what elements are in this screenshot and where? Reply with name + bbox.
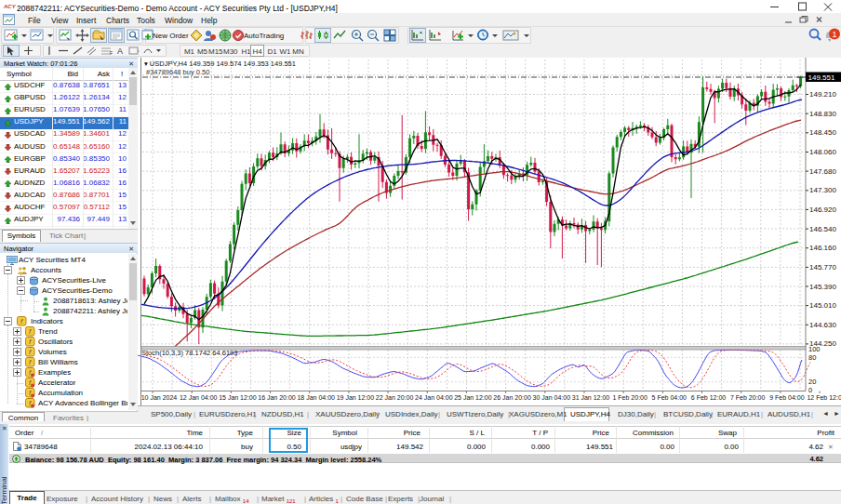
svg-text:146.160: 146.160 — [809, 244, 836, 252]
svg-text:147.300: 147.300 — [809, 186, 836, 194]
svg-text:25 Jan 12:00: 25 Jan 12:00 — [454, 394, 492, 401]
svg-text:5 Feb 04:00: 5 Feb 04:00 — [652, 394, 687, 401]
svg-text:A: A — [117, 46, 123, 56]
svg-text:148.060: 148.060 — [809, 148, 836, 156]
svg-text:1: 1 — [832, 30, 836, 39]
svg-text:10 Jan 2024: 10 Jan 2024 — [141, 394, 178, 401]
svg-text:22 Jan 20:00: 22 Jan 20:00 — [376, 394, 414, 401]
svg-text:149.210: 149.210 — [809, 90, 836, 99]
svg-text:20: 20 — [808, 378, 816, 386]
svg-text:18 Jan 04:00: 18 Jan 04:00 — [297, 394, 335, 401]
svg-text:6 Feb 12:00: 6 Feb 12:00 — [691, 394, 726, 401]
svg-text:12 Jan 04:00: 12 Jan 04:00 — [180, 394, 218, 401]
svg-text:Stoch(10,3,3) 78.1742 64.6193: Stoch(10,3,3) 78.1742 64.6193 — [141, 349, 237, 357]
svg-text:146.540: 146.540 — [809, 225, 836, 233]
svg-text:F: F — [110, 50, 113, 56]
svg-text:145.770: 145.770 — [809, 263, 836, 272]
svg-text:148.450: 148.450 — [809, 128, 836, 137]
svg-text:0: 0 — [808, 386, 812, 394]
svg-text:146.920: 146.920 — [809, 206, 836, 214]
svg-text:16 Jan 20:00: 16 Jan 20:00 — [258, 394, 296, 401]
svg-text:26 Jan 20:00: 26 Jan 20:00 — [493, 394, 531, 401]
svg-text:#34789648 buy 0.50: #34789648 buy 0.50 — [146, 68, 209, 76]
svg-text:144.630: 144.630 — [809, 321, 836, 329]
svg-text:148.830: 148.830 — [809, 110, 836, 118]
svg-text:19 Jan 12:00: 19 Jan 12:00 — [337, 394, 375, 401]
svg-text:15 Jan 12:00: 15 Jan 12:00 — [219, 394, 257, 401]
svg-text:1 Feb 20:00: 1 Feb 20:00 — [613, 394, 647, 401]
svg-text:100: 100 — [808, 345, 821, 353]
svg-text:12 Feb 12:00: 12 Feb 12:00 — [807, 394, 841, 401]
svg-text:31 Jan 12:00: 31 Jan 12:00 — [572, 394, 610, 401]
svg-text:145.390: 145.390 — [809, 283, 836, 291]
svg-text:9 Feb 04:00: 9 Feb 04:00 — [769, 394, 804, 401]
svg-text:149.551: 149.551 — [808, 73, 835, 82]
svg-text:145.010: 145.010 — [809, 301, 836, 310]
svg-text:24 Jan 04:00: 24 Jan 04:00 — [415, 394, 453, 401]
svg-text:30 Jan 04:00: 30 Jan 04:00 — [533, 394, 571, 401]
svg-text:80: 80 — [808, 353, 816, 362]
svg-text:▾ USDJPY,H4 149.359 149.574 1: ▾ USDJPY,H4 149.359 149.574 149.353 149.… — [144, 60, 296, 68]
svg-text:7 Feb 20:00: 7 Feb 20:00 — [730, 394, 765, 401]
svg-text:147.680: 147.680 — [809, 167, 836, 176]
